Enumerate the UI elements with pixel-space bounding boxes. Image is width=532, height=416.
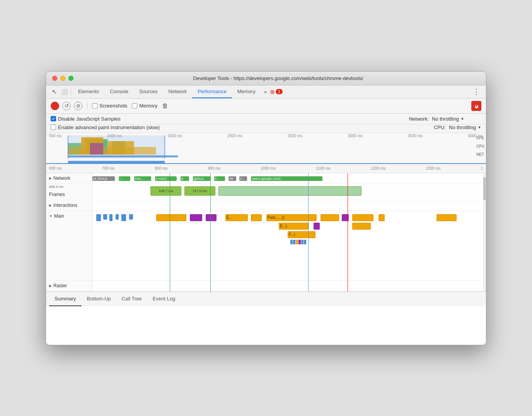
main-track-content: E... Pars......}) E...) F...) <box>92 211 486 281</box>
sm-bar <box>290 240 293 244</box>
interactions-toggle[interactable]: ▶ <box>49 203 52 207</box>
select-tool-icon[interactable]: ↖ <box>49 87 59 97</box>
tab-console[interactable]: Console <box>104 85 134 98</box>
record-button[interactable] <box>51 102 59 110</box>
network-throttle-dropdown[interactable]: No throttling ▼ <box>432 116 464 122</box>
track-container[interactable]: ▶ Network pt_foot.js l... eve... e.com) … <box>46 173 486 292</box>
scrollbar-thumb[interactable] <box>483 177 486 200</box>
cpu-throttle-dropdown[interactable]: No throttling ▼ <box>449 124 481 130</box>
settings-icon[interactable] <box>471 101 481 111</box>
vline-blue-frames <box>308 184 309 200</box>
vline-green-raster-2 <box>210 281 211 292</box>
net-bar-3: e.com) <box>155 176 177 181</box>
vline-red-frames <box>348 184 348 200</box>
main-bar-9 <box>251 214 262 221</box>
main-bar-e2: E...) <box>279 223 309 230</box>
main-toggle[interactable]: ▼ <box>49 214 53 218</box>
minimize-button[interactable] <box>60 76 65 81</box>
vline-green-main-1 <box>170 211 170 281</box>
disable-js-samples-label[interactable]: Disable JavaScript Samples <box>51 116 121 122</box>
sm-bar <box>293 240 295 244</box>
net-bar-1: l... <box>119 176 130 181</box>
screenshots-checkbox[interactable] <box>92 103 97 109</box>
screenshots-checkbox-label[interactable]: Screenshots <box>92 103 127 109</box>
vline-red-main <box>348 211 348 281</box>
tab-memory[interactable]: Memory <box>232 85 261 98</box>
bottom-content <box>46 306 486 345</box>
track-label-interactions: ▶ Interactions <box>46 200 92 211</box>
main-bar-5 <box>129 214 133 220</box>
network-toggle[interactable]: ▶ <box>49 176 52 180</box>
main-bar-13 <box>379 214 385 221</box>
tab-call-tree[interactable]: Call Tree <box>116 292 147 306</box>
track-label-frames: 656.5 ms Frames <box>46 184 92 200</box>
track-interactions: ▶ Interactions <box>46 200 486 211</box>
vline-green-frames-1 <box>170 184 170 200</box>
device-icon[interactable]: ⬜ <box>59 87 69 97</box>
tab-performance[interactable]: Performance <box>192 85 232 98</box>
vline-blue-main <box>308 211 309 281</box>
frames-time-label: 656.5 ms <box>49 185 63 189</box>
devtools-window: Developer Tools - https://developers.goo… <box>46 71 486 345</box>
track-network: ▶ Network pt_foot.js l... eve... e.com) … <box>46 173 486 184</box>
vline-red-raster <box>348 281 348 292</box>
main-bar-f: F...) <box>288 231 315 238</box>
small-bars-group <box>290 240 329 251</box>
trash-icon[interactable]: 🗑 <box>162 102 168 109</box>
error-count: 1 <box>276 89 283 94</box>
track-frames: 656.5 ms Frames 109.7 ms 117.0 ms <box>46 184 486 200</box>
main-bar-12 <box>352 214 373 221</box>
raster-toggle[interactable]: ▶ <box>49 284 52 288</box>
memory-checkbox-label[interactable]: Memory <box>132 103 157 109</box>
main-bar-3 <box>116 214 119 220</box>
tab-elements[interactable]: Elements <box>73 85 104 98</box>
vline-green-main-2 <box>210 211 211 281</box>
net-bar-6: li... <box>214 176 225 181</box>
sm-bar <box>301 240 304 244</box>
title-bar: Developer Tools - https://developers.goo… <box>46 72 486 85</box>
vline-red-int <box>348 200 348 211</box>
options-bar-2: Enable advanced paint instrumentation (s… <box>46 124 486 133</box>
track-label-main: ▼ Main <box>46 211 92 280</box>
tab-event-log[interactable]: Event Log <box>147 292 181 306</box>
error-icon: ⊗ <box>270 88 275 95</box>
reload-button[interactable]: ↺ <box>62 102 71 110</box>
tab-network[interactable]: Network <box>163 85 193 98</box>
main-bar-15 <box>314 223 320 230</box>
main-bar-4 <box>121 214 126 221</box>
tab-sources[interactable]: Sources <box>134 85 163 98</box>
track-main: ▼ Main E... Pars......}) <box>46 211 486 281</box>
main-bar-0 <box>96 214 101 221</box>
menu-dots[interactable]: ⋮ <box>470 86 483 97</box>
svg-rect-8 <box>68 135 165 159</box>
advanced-paint-checkbox[interactable] <box>51 124 56 130</box>
cpu-throttle-group: CPU: No throttling ▼ <box>434 124 481 130</box>
main-bar-1 <box>103 214 107 220</box>
main-bar-e: E... <box>225 214 248 221</box>
nav-tabs: ↖ ⬜ Elements Console Sources Network Per… <box>46 85 486 99</box>
mini-timeline[interactable]: 500 ms 1000 ms 1500 ms 2000 ms 2500 ms 3… <box>46 133 486 164</box>
network-throttle-group: Network: No throttling ▼ <box>409 116 464 122</box>
advanced-paint-label[interactable]: Enable advanced paint instrumentation (s… <box>51 124 160 130</box>
disable-js-samples-checkbox[interactable] <box>51 116 56 121</box>
more-tabs[interactable]: » <box>263 86 268 98</box>
tab-summary[interactable]: Summary <box>49 292 82 306</box>
sm-bar <box>304 240 306 244</box>
memory-checkbox[interactable] <box>132 103 137 109</box>
vline-blue-net <box>308 173 309 184</box>
vline-green-int-1 <box>170 200 170 211</box>
nav-separator <box>71 88 71 95</box>
main-bar-16 <box>352 223 371 230</box>
vertical-scrollbar[interactable] <box>483 173 486 292</box>
vline-green-raster-1 <box>170 281 170 292</box>
close-button[interactable] <box>52 76 57 81</box>
frames-track-content: 109.7 ms 117.0 ms <box>92 184 486 200</box>
clear-button[interactable]: ⊘ <box>74 102 82 110</box>
timeline-container: 500 ms 1000 ms 1500 ms 2000 ms 2500 ms 3… <box>46 133 486 292</box>
interactions-track-content <box>92 200 486 211</box>
vline-green-frames-2 <box>210 184 211 200</box>
tab-bottom-up[interactable]: Bottom-Up <box>82 292 116 306</box>
maximize-button[interactable] <box>68 76 73 81</box>
ctrl-separator <box>87 102 87 109</box>
frame-bar-long <box>218 186 361 196</box>
